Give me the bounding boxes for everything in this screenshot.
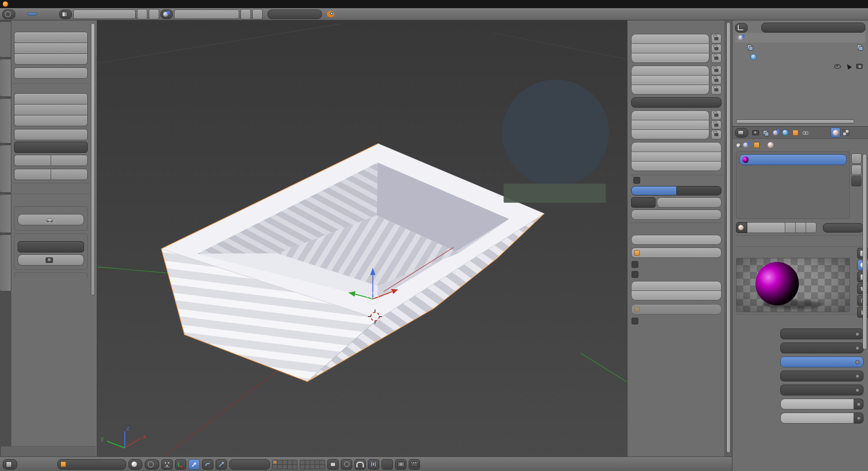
tab-modifiers[interactable] <box>811 128 820 137</box>
panel-header-surface[interactable] <box>735 314 864 325</box>
shade-smooth-button[interactable] <box>14 155 51 166</box>
render-visibility-button[interactable] <box>382 459 393 470</box>
location-y-field[interactable] <box>631 44 709 53</box>
screen-layout-name[interactable] <box>73 10 136 19</box>
pivot-dropdown[interactable] <box>145 459 159 470</box>
tab-material[interactable] <box>830 128 840 138</box>
data-transfer-layout-button[interactable] <box>51 169 88 180</box>
duplicate-linked-button[interactable] <box>14 105 88 115</box>
translate-manipulator-button[interactable] <box>189 459 200 470</box>
lock-camera-checkbox[interactable] <box>632 271 638 278</box>
panel-header-history[interactable] <box>12 183 90 193</box>
set-origin-dropdown[interactable] <box>14 142 88 153</box>
outliner-filter-dropdown[interactable] <box>761 23 865 33</box>
dimension-y-field[interactable] <box>631 152 722 162</box>
rotate-button[interactable] <box>14 43 88 54</box>
delete-button[interactable] <box>14 115 88 126</box>
gp-object-toggle[interactable] <box>677 186 722 195</box>
menu-window[interactable] <box>38 13 47 15</box>
render-border-checkbox[interactable] <box>632 318 638 324</box>
tab-world[interactable] <box>781 128 790 137</box>
transluce-slider[interactable] <box>780 399 854 409</box>
tab-physics[interactable] <box>0 194 11 233</box>
render-engine-selector[interactable] <box>268 10 322 19</box>
archipack-render-button[interactable] <box>18 254 84 266</box>
rotation-mode-dropdown[interactable] <box>631 97 722 108</box>
fake-user-button[interactable] <box>785 222 796 233</box>
menu-file[interactable] <box>17 13 26 15</box>
menu-select[interactable] <box>29 463 36 466</box>
rotation-x-field[interactable] <box>631 66 709 76</box>
tab-relations[interactable] <box>0 98 11 143</box>
outliner-row-renderlayers[interactable] <box>735 43 865 52</box>
color-ab-input[interactable] <box>780 371 863 381</box>
layer-grid-left[interactable] <box>272 460 297 469</box>
pin-icon[interactable] <box>736 143 741 147</box>
mode-dropdown[interactable] <box>57 459 126 470</box>
proportional-edit-button[interactable] <box>341 459 352 470</box>
gp-scene-toggle[interactable] <box>631 186 677 195</box>
panel-header-custom-properties[interactable] <box>735 235 864 247</box>
menu-help[interactable] <box>49 13 58 15</box>
rotation-y-field[interactable] <box>631 76 709 85</box>
panel-header-edit[interactable] <box>12 83 90 93</box>
add-material-slot-button[interactable] <box>851 153 862 164</box>
lock-rotation-y-button[interactable] <box>711 76 722 85</box>
n-panel-header-view[interactable] <box>630 223 723 233</box>
shade-flat-button[interactable] <box>51 155 88 166</box>
tab-texture[interactable] <box>841 128 850 137</box>
scale-button[interactable] <box>14 54 88 65</box>
n-panel-scrollbar[interactable] <box>725 20 732 457</box>
scale-y-field[interactable] <box>631 120 709 130</box>
scene-icon-selector[interactable] <box>160 10 173 19</box>
outliner-row-scene[interactable] <box>735 33 865 43</box>
outliner-editor-type-button[interactable] <box>735 23 748 33</box>
last-operator-panel[interactable] <box>1 446 96 457</box>
rotate-manipulator-button[interactable] <box>202 459 213 470</box>
lock-to-cursor-checkbox[interactable] <box>632 261 638 268</box>
layer-grid-right[interactable] <box>300 460 325 469</box>
add-layout-button[interactable] <box>137 9 147 19</box>
panel-header-transform[interactable] <box>14 22 88 32</box>
properties-scrollbar[interactable] <box>863 154 867 349</box>
material-slot-item[interactable] <box>739 154 847 165</box>
material-name-field[interactable] <box>747 222 785 233</box>
mixing-tub-model[interactable] <box>161 143 544 381</box>
scene-name[interactable] <box>174 10 239 19</box>
clip-end-field[interactable] <box>631 291 722 300</box>
grease-pencil-checkbox[interactable] <box>633 177 640 184</box>
translate-button[interactable] <box>14 32 88 43</box>
location-z-field[interactable] <box>631 53 709 63</box>
selectability-cursor-icon[interactable] <box>845 63 852 70</box>
browse-material-button[interactable] <box>736 222 747 233</box>
snap-element-dropdown[interactable] <box>368 459 379 470</box>
tab-render[interactable] <box>751 128 760 137</box>
is-metallic-input[interactable] <box>780 343 863 353</box>
opengl-render-button[interactable] <box>395 459 406 470</box>
location-x-field[interactable] <box>631 34 709 44</box>
delete-layout-button[interactable] <box>149 9 159 19</box>
join-button[interactable] <box>14 129 88 140</box>
tab-tools[interactable] <box>0 21 11 57</box>
mirror-button[interactable] <box>14 67 88 79</box>
dimension-x-field[interactable] <box>631 142 722 152</box>
lock-location-x-button[interactable] <box>711 34 722 43</box>
scale-manipulator-button[interactable] <box>216 459 227 470</box>
outliner-horizontal-scrollbar[interactable] <box>736 119 854 124</box>
material-link-dropdown[interactable] <box>823 223 863 233</box>
abs-stren-socket-button[interactable] <box>854 413 863 423</box>
scale-z-field[interactable] <box>631 130 709 139</box>
tab-scene[interactable] <box>771 128 780 137</box>
lock-rotation-x-button[interactable] <box>711 66 722 75</box>
alpha-input[interactable] <box>780 385 863 395</box>
tool-shelf-scrollbar[interactable] <box>91 23 95 295</box>
color-ma-input[interactable] <box>780 357 863 367</box>
add-scene-button[interactable] <box>241 9 251 19</box>
autoboolean-button[interactable] <box>18 214 84 225</box>
snap-toggle-button[interactable] <box>354 459 366 470</box>
clip-start-field[interactable] <box>631 281 722 291</box>
editor-type-selector[interactable] <box>2 10 15 19</box>
transluce-socket-button[interactable] <box>854 399 863 409</box>
slot-specials-dropdown[interactable] <box>851 176 862 186</box>
lock-location-z-button[interactable] <box>711 53 722 63</box>
